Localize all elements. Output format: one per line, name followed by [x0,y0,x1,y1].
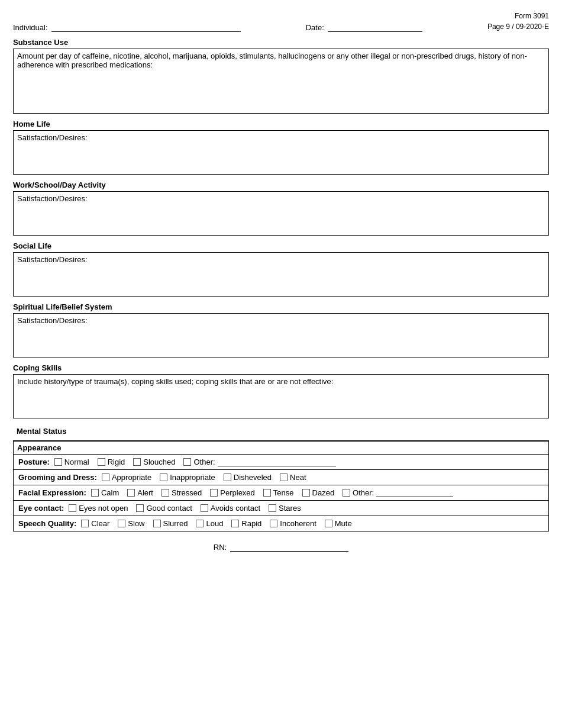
grooming-disheveled-label: Disheveled [234,473,272,482]
facial-dazed: Dazed [302,488,335,497]
spiritual-life-title: Spiritual Life/Belief System [13,302,549,311]
grooming-appropriate-label: Appropriate [112,473,151,482]
home-life-title: Home Life [13,120,549,128]
form-info: Form 3091 Page 9 / 09-2020-E [487,11,549,32]
individual-input[interactable] [51,22,241,32]
eye-contact-row: Eye contact: Eyes not open Good contact … [14,501,548,516]
speech-loud-checkbox[interactable] [196,520,204,527]
facial-stressed-checkbox[interactable] [162,489,169,497]
posture-other-checkbox[interactable] [183,458,191,466]
eye-stares-checkbox[interactable] [269,504,276,512]
grooming-neat-checkbox[interactable] [280,473,288,481]
speech-clear-label: Clear [91,519,109,528]
speech-loud-label: Loud [206,519,223,528]
posture-rigid-checkbox[interactable] [98,458,105,466]
speech-slow: Slow [118,519,144,528]
eye-good-contact-label: Good contact [146,504,192,513]
appearance-label: Appearance [14,441,548,455]
facial-stressed: Stressed [162,488,202,497]
grooming-appropriate: Appropriate [102,473,151,482]
eye-not-open: Eyes not open [69,504,128,513]
facial-dazed-checkbox[interactable] [302,489,310,497]
substance-use-description: Amount per day of caffeine, nicotine, al… [17,51,527,69]
speech-mute-checkbox[interactable] [325,520,332,527]
speech-clear-checkbox[interactable] [81,520,89,527]
facial-calm-label: Calm [101,488,119,497]
speech-slurred: Slurred [153,519,188,528]
substance-use-box[interactable]: Amount per day of caffeine, nicotine, al… [13,49,549,114]
speech-mute: Mute [325,519,352,528]
eye-avoids-contact: Avoids contact [201,504,260,513]
facial-alert-label: Alert [137,488,153,497]
facial-calm-checkbox[interactable] [91,489,99,497]
form-number: Form 3091 [487,11,549,21]
posture-label: Posture: [18,458,50,466]
facial-alert: Alert [127,488,153,497]
rn-label: RN: [214,543,227,552]
speech-rapid-checkbox[interactable] [231,520,239,527]
posture-slouched-checkbox[interactable] [133,458,141,466]
eye-stares: Stares [269,504,301,513]
speech-row: Speech Quality: Clear Slow Slurred Loud … [14,516,548,531]
posture-normal: Normal [54,458,89,466]
eye-not-open-label: Eyes not open [79,504,128,513]
mental-status-section: Appearance Posture: Normal Rigid Slouche… [13,440,549,531]
grooming-neat-label: Neat [290,473,306,482]
grooming-disheveled-checkbox[interactable] [224,473,231,481]
facial-other-checkbox[interactable] [343,489,350,497]
header: Individual: Date: Form 3091 Page 9 / 09-… [13,11,549,32]
speech-slurred-checkbox[interactable] [153,520,161,527]
facial-alert-checkbox[interactable] [127,489,135,497]
facial-dazed-label: Dazed [312,488,335,497]
work-school-box[interactable]: Satisfaction/Desires: [13,191,549,236]
grooming-appropriate-checkbox[interactable] [102,473,109,481]
facial-stressed-label: Stressed [172,488,202,497]
speech-label: Speech Quality: [18,519,76,528]
speech-incoherent-label: Incoherent [280,519,316,528]
coping-skills-description: Include history/type of trauma(s), copin… [17,377,333,386]
speech-slow-checkbox[interactable] [118,520,125,527]
facial-tense-checkbox[interactable] [263,489,271,497]
speech-clear: Clear [81,519,109,528]
facial-other-label: Other: [353,488,374,497]
social-life-title: Social Life [13,241,549,250]
home-life-box[interactable]: Satisfaction/Desires: [13,130,549,175]
spiritual-life-box[interactable]: Satisfaction/Desires: [13,313,549,357]
date-input[interactable] [328,22,422,32]
grooming-inappropriate-checkbox[interactable] [160,473,167,481]
grooming-inappropriate-label: Inappropriate [170,473,215,482]
speech-slow-label: Slow [128,519,144,528]
facial-other-input[interactable] [376,489,453,497]
rn-input[interactable] [230,542,348,552]
eye-contact-label: Eye contact: [18,504,64,513]
spiritual-life-label: Satisfaction/Desires: [17,316,88,325]
speech-incoherent-checkbox[interactable] [270,520,277,527]
posture-rigid: Rigid [98,458,125,466]
eye-avoids-contact-label: Avoids contact [211,504,260,513]
eye-avoids-contact-checkbox[interactable] [201,504,208,512]
grooming-neat: Neat [280,473,306,482]
eye-good-contact: Good contact [136,504,192,513]
eye-good-contact-checkbox[interactable] [136,504,144,512]
posture-other-input[interactable] [218,458,336,466]
coping-skills-title: Coping Skills [13,363,549,372]
eye-not-open-checkbox[interactable] [69,504,76,512]
speech-slurred-label: Slurred [163,519,188,528]
speech-incoherent: Incoherent [270,519,316,528]
page-info: Page 9 / 09-2020-E [487,21,549,32]
eye-stares-label: Stares [279,504,301,513]
home-life-label: Satisfaction/Desires: [17,133,88,142]
grooming-inappropriate: Inappropriate [160,473,215,482]
individual-field-group: Individual: [13,22,241,32]
posture-other-label: Other: [193,458,215,466]
mental-status-title: Mental Status [13,424,549,438]
grooming-disheveled: Disheveled [224,473,272,482]
work-school-title: Work/School/Day Activity [13,181,549,189]
coping-skills-box[interactable]: Include history/type of trauma(s), copin… [13,374,549,418]
facial-perplexed-checkbox[interactable] [210,489,218,497]
social-life-box[interactable]: Satisfaction/Desires: [13,252,549,297]
grooming-label: Grooming and Dress: [18,473,97,482]
work-school-label: Satisfaction/Desires: [17,194,88,203]
posture-normal-checkbox[interactable] [54,458,62,466]
posture-normal-label: Normal [64,458,89,466]
